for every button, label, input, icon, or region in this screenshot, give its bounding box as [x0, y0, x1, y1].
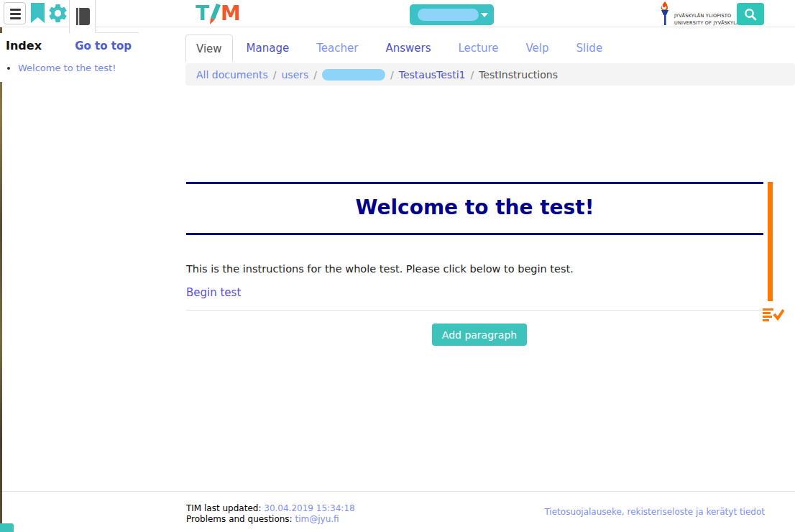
document-tabs: View Manage Teacher Answers Lecture Velp…: [185, 35, 616, 62]
go-to-top-link[interactable]: Go to top: [75, 40, 132, 52]
torch-icon: [657, 1, 673, 27]
breadcrumb-username-redaction[interactable]: [322, 69, 385, 81]
breadcrumb-current: TestInstructions: [479, 69, 558, 81]
breadcrumb-separator: /: [313, 69, 317, 81]
mark-read-icon: [763, 307, 784, 321]
hamburger-menu-button[interactable]: [4, 2, 26, 24]
user-menu-button[interactable]: [410, 4, 494, 25]
paragraph-divider: [186, 310, 763, 311]
search-button[interactable]: [737, 3, 764, 25]
index-item-link[interactable]: Welcome to the test!: [18, 63, 116, 73]
mark-all-read-button[interactable]: [763, 307, 784, 324]
breadcrumb-users[interactable]: users: [281, 69, 308, 81]
unread-marker[interactable]: [768, 182, 773, 301]
tim-logo[interactable]: T M: [196, 1, 240, 26]
breadcrumb-folder[interactable]: TestausTesti1: [399, 69, 466, 81]
footer-updated-label: TIM last updated:: [186, 503, 261, 513]
tim-logo-letter-m: M: [221, 1, 240, 25]
instructions-paragraph: This is the instructions for the whole t…: [186, 263, 763, 275]
settings-tab[interactable]: [47, 2, 69, 27]
gear-icon: [47, 2, 69, 24]
index-list: Welcome to the test!: [18, 63, 134, 75]
username-redaction: [418, 9, 479, 21]
index-title: Index: [6, 39, 42, 52]
breadcrumb-separator: /: [390, 69, 394, 81]
search-icon: [743, 7, 758, 22]
university-name-en: UNIVERSITY OF JYVÄSKYLÄ: [674, 19, 740, 27]
heading-rule-bottom: [186, 233, 763, 235]
book-icon: [73, 6, 92, 27]
document-title: Welcome to the test!: [186, 196, 763, 219]
tab-teacher[interactable]: Teacher: [303, 35, 372, 62]
breadcrumb-separator: /: [470, 69, 474, 81]
pencil-icon: [208, 3, 221, 26]
tab-velp[interactable]: Velp: [512, 35, 562, 62]
top-header-bar: T M JYVÄSKYLÄN YLIOPISTO UNIVERSITY OF J…: [0, 0, 795, 27]
tab-view[interactable]: View: [185, 35, 233, 62]
tab-lecture[interactable]: Lecture: [444, 35, 512, 62]
footer-info: TIM last updated: 30.04.2019 15:34:18 Pr…: [186, 503, 355, 525]
footer-problems-label: Problems and questions:: [186, 514, 293, 524]
breadcrumb-all-documents[interactable]: All documents: [196, 69, 268, 81]
footer-divider: [0, 491, 795, 492]
footer-email-link[interactable]: tim@jyu.fi: [295, 514, 339, 524]
breadcrumb: All documents / users / / TestausTesti1 …: [185, 63, 795, 86]
hamburger-icon: [10, 9, 21, 11]
university-name: JYVÄSKYLÄN YLIOPISTO UNIVERSITY OF JYVÄS…: [674, 12, 740, 27]
tab-answers[interactable]: Answers: [372, 35, 444, 62]
footer-updated-link[interactable]: 30.04.2019 15:34:18: [264, 503, 354, 513]
list-item: Welcome to the test!: [18, 63, 134, 75]
caret-down-icon: [481, 13, 488, 17]
page-background-edge: [0, 22, 2, 532]
bottom-corner-button[interactable]: [0, 523, 14, 532]
add-paragraph-button[interactable]: Add paragraph: [432, 324, 527, 346]
tab-manage[interactable]: Manage: [233, 35, 303, 62]
tim-logo-letter-t: T: [196, 1, 208, 25]
index-panel: Index Go to top Welcome to the test!: [0, 33, 140, 82]
university-logo[interactable]: JYVÄSKYLÄN YLIOPISTO UNIVERSITY OF JYVÄS…: [657, 1, 740, 27]
begin-test-link[interactable]: Begin test: [186, 286, 241, 299]
index-tab[interactable]: [69, 0, 96, 33]
page: T M JYVÄSKYLÄN YLIOPISTO UNIVERSITY OF J…: [0, 0, 795, 532]
privacy-policy-link[interactable]: Tietosuojalauseke, rekisteriseloste ja k…: [544, 507, 765, 517]
heading-rule-top: [186, 182, 763, 184]
bookmarks-tab[interactable]: [29, 3, 46, 26]
university-name-fi: JYVÄSKYLÄN YLIOPISTO: [674, 12, 740, 19]
tab-slide[interactable]: Slide: [563, 35, 617, 62]
breadcrumb-separator: /: [273, 69, 277, 81]
bookmark-icon: [29, 3, 46, 24]
